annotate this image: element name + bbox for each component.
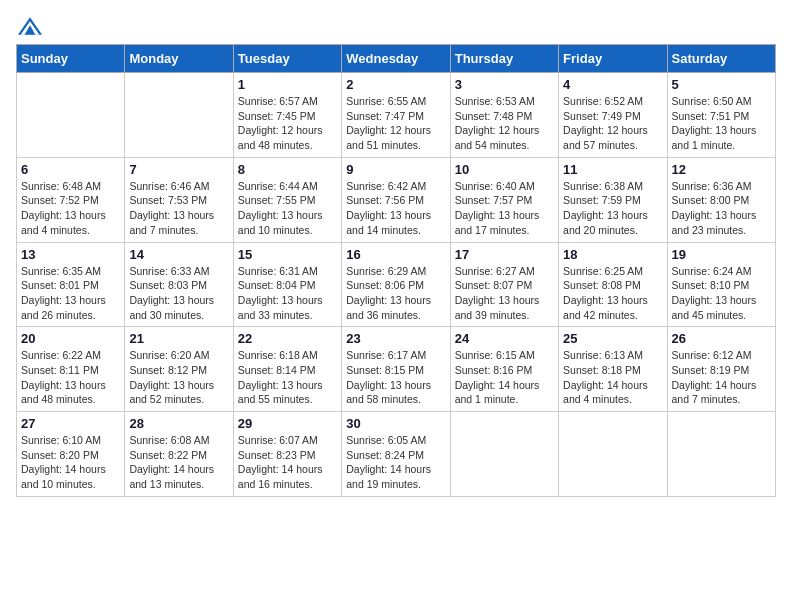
day-number: 30 <box>346 416 445 431</box>
calendar-cell <box>450 412 558 497</box>
day-of-week-header: Sunday <box>17 45 125 73</box>
calendar-week-row: 1Sunrise: 6:57 AM Sunset: 7:45 PM Daylig… <box>17 73 776 158</box>
day-info: Sunrise: 6:05 AM Sunset: 8:24 PM Dayligh… <box>346 433 445 492</box>
day-info: Sunrise: 6:50 AM Sunset: 7:51 PM Dayligh… <box>672 94 771 153</box>
day-info: Sunrise: 6:52 AM Sunset: 7:49 PM Dayligh… <box>563 94 662 153</box>
day-info: Sunrise: 6:48 AM Sunset: 7:52 PM Dayligh… <box>21 179 120 238</box>
calendar-cell: 10Sunrise: 6:40 AM Sunset: 7:57 PM Dayli… <box>450 157 558 242</box>
day-number: 25 <box>563 331 662 346</box>
day-number: 20 <box>21 331 120 346</box>
calendar-table: SundayMondayTuesdayWednesdayThursdayFrid… <box>16 44 776 497</box>
calendar-cell: 6Sunrise: 6:48 AM Sunset: 7:52 PM Daylig… <box>17 157 125 242</box>
calendar-cell: 14Sunrise: 6:33 AM Sunset: 8:03 PM Dayli… <box>125 242 233 327</box>
day-number: 5 <box>672 77 771 92</box>
calendar-cell: 7Sunrise: 6:46 AM Sunset: 7:53 PM Daylig… <box>125 157 233 242</box>
day-info: Sunrise: 6:27 AM Sunset: 8:07 PM Dayligh… <box>455 264 554 323</box>
day-info: Sunrise: 6:31 AM Sunset: 8:04 PM Dayligh… <box>238 264 337 323</box>
day-info: Sunrise: 6:15 AM Sunset: 8:16 PM Dayligh… <box>455 348 554 407</box>
day-of-week-header: Monday <box>125 45 233 73</box>
day-info: Sunrise: 6:36 AM Sunset: 8:00 PM Dayligh… <box>672 179 771 238</box>
calendar-cell: 25Sunrise: 6:13 AM Sunset: 8:18 PM Dayli… <box>559 327 667 412</box>
day-number: 13 <box>21 247 120 262</box>
day-info: Sunrise: 6:24 AM Sunset: 8:10 PM Dayligh… <box>672 264 771 323</box>
day-number: 12 <box>672 162 771 177</box>
calendar-cell: 29Sunrise: 6:07 AM Sunset: 8:23 PM Dayli… <box>233 412 341 497</box>
calendar-cell <box>125 73 233 158</box>
calendar-cell: 24Sunrise: 6:15 AM Sunset: 8:16 PM Dayli… <box>450 327 558 412</box>
calendar-cell: 26Sunrise: 6:12 AM Sunset: 8:19 PM Dayli… <box>667 327 775 412</box>
day-number: 17 <box>455 247 554 262</box>
day-number: 26 <box>672 331 771 346</box>
day-info: Sunrise: 6:17 AM Sunset: 8:15 PM Dayligh… <box>346 348 445 407</box>
logo <box>16 16 48 36</box>
day-of-week-header: Friday <box>559 45 667 73</box>
calendar-cell: 17Sunrise: 6:27 AM Sunset: 8:07 PM Dayli… <box>450 242 558 327</box>
calendar-cell: 18Sunrise: 6:25 AM Sunset: 8:08 PM Dayli… <box>559 242 667 327</box>
day-number: 24 <box>455 331 554 346</box>
day-info: Sunrise: 6:46 AM Sunset: 7:53 PM Dayligh… <box>129 179 228 238</box>
calendar-cell: 13Sunrise: 6:35 AM Sunset: 8:01 PM Dayli… <box>17 242 125 327</box>
calendar-week-row: 27Sunrise: 6:10 AM Sunset: 8:20 PM Dayli… <box>17 412 776 497</box>
day-number: 6 <box>21 162 120 177</box>
day-number: 11 <box>563 162 662 177</box>
calendar-cell: 2Sunrise: 6:55 AM Sunset: 7:47 PM Daylig… <box>342 73 450 158</box>
day-info: Sunrise: 6:40 AM Sunset: 7:57 PM Dayligh… <box>455 179 554 238</box>
day-info: Sunrise: 6:53 AM Sunset: 7:48 PM Dayligh… <box>455 94 554 153</box>
page-header <box>16 16 776 36</box>
day-number: 19 <box>672 247 771 262</box>
day-number: 10 <box>455 162 554 177</box>
day-number: 21 <box>129 331 228 346</box>
day-of-week-header: Thursday <box>450 45 558 73</box>
day-info: Sunrise: 6:22 AM Sunset: 8:11 PM Dayligh… <box>21 348 120 407</box>
calendar-cell: 30Sunrise: 6:05 AM Sunset: 8:24 PM Dayli… <box>342 412 450 497</box>
calendar-week-row: 20Sunrise: 6:22 AM Sunset: 8:11 PM Dayli… <box>17 327 776 412</box>
logo-icon <box>16 16 44 36</box>
day-of-week-header: Wednesday <box>342 45 450 73</box>
day-number: 8 <box>238 162 337 177</box>
day-info: Sunrise: 6:18 AM Sunset: 8:14 PM Dayligh… <box>238 348 337 407</box>
calendar-cell: 21Sunrise: 6:20 AM Sunset: 8:12 PM Dayli… <box>125 327 233 412</box>
day-info: Sunrise: 6:42 AM Sunset: 7:56 PM Dayligh… <box>346 179 445 238</box>
calendar-body: 1Sunrise: 6:57 AM Sunset: 7:45 PM Daylig… <box>17 73 776 497</box>
day-number: 4 <box>563 77 662 92</box>
calendar-cell: 8Sunrise: 6:44 AM Sunset: 7:55 PM Daylig… <box>233 157 341 242</box>
day-info: Sunrise: 6:33 AM Sunset: 8:03 PM Dayligh… <box>129 264 228 323</box>
calendar-header-row: SundayMondayTuesdayWednesdayThursdayFrid… <box>17 45 776 73</box>
calendar-cell: 20Sunrise: 6:22 AM Sunset: 8:11 PM Dayli… <box>17 327 125 412</box>
calendar-cell: 12Sunrise: 6:36 AM Sunset: 8:00 PM Dayli… <box>667 157 775 242</box>
calendar-cell: 9Sunrise: 6:42 AM Sunset: 7:56 PM Daylig… <box>342 157 450 242</box>
calendar-cell <box>667 412 775 497</box>
calendar-cell: 28Sunrise: 6:08 AM Sunset: 8:22 PM Dayli… <box>125 412 233 497</box>
calendar-cell: 27Sunrise: 6:10 AM Sunset: 8:20 PM Dayli… <box>17 412 125 497</box>
calendar-cell: 15Sunrise: 6:31 AM Sunset: 8:04 PM Dayli… <box>233 242 341 327</box>
calendar-cell: 3Sunrise: 6:53 AM Sunset: 7:48 PM Daylig… <box>450 73 558 158</box>
day-number: 3 <box>455 77 554 92</box>
day-info: Sunrise: 6:44 AM Sunset: 7:55 PM Dayligh… <box>238 179 337 238</box>
calendar-cell <box>17 73 125 158</box>
day-number: 27 <box>21 416 120 431</box>
day-info: Sunrise: 6:35 AM Sunset: 8:01 PM Dayligh… <box>21 264 120 323</box>
calendar-cell: 19Sunrise: 6:24 AM Sunset: 8:10 PM Dayli… <box>667 242 775 327</box>
calendar-week-row: 13Sunrise: 6:35 AM Sunset: 8:01 PM Dayli… <box>17 242 776 327</box>
day-number: 1 <box>238 77 337 92</box>
calendar-cell: 22Sunrise: 6:18 AM Sunset: 8:14 PM Dayli… <box>233 327 341 412</box>
day-info: Sunrise: 6:13 AM Sunset: 8:18 PM Dayligh… <box>563 348 662 407</box>
calendar-cell: 16Sunrise: 6:29 AM Sunset: 8:06 PM Dayli… <box>342 242 450 327</box>
day-info: Sunrise: 6:25 AM Sunset: 8:08 PM Dayligh… <box>563 264 662 323</box>
day-of-week-header: Saturday <box>667 45 775 73</box>
day-number: 23 <box>346 331 445 346</box>
day-number: 14 <box>129 247 228 262</box>
day-number: 7 <box>129 162 228 177</box>
day-number: 15 <box>238 247 337 262</box>
day-number: 16 <box>346 247 445 262</box>
calendar-cell <box>559 412 667 497</box>
day-info: Sunrise: 6:10 AM Sunset: 8:20 PM Dayligh… <box>21 433 120 492</box>
calendar-week-row: 6Sunrise: 6:48 AM Sunset: 7:52 PM Daylig… <box>17 157 776 242</box>
day-of-week-header: Tuesday <box>233 45 341 73</box>
day-info: Sunrise: 6:57 AM Sunset: 7:45 PM Dayligh… <box>238 94 337 153</box>
day-info: Sunrise: 6:20 AM Sunset: 8:12 PM Dayligh… <box>129 348 228 407</box>
day-info: Sunrise: 6:07 AM Sunset: 8:23 PM Dayligh… <box>238 433 337 492</box>
calendar-cell: 23Sunrise: 6:17 AM Sunset: 8:15 PM Dayli… <box>342 327 450 412</box>
day-number: 2 <box>346 77 445 92</box>
day-info: Sunrise: 6:12 AM Sunset: 8:19 PM Dayligh… <box>672 348 771 407</box>
